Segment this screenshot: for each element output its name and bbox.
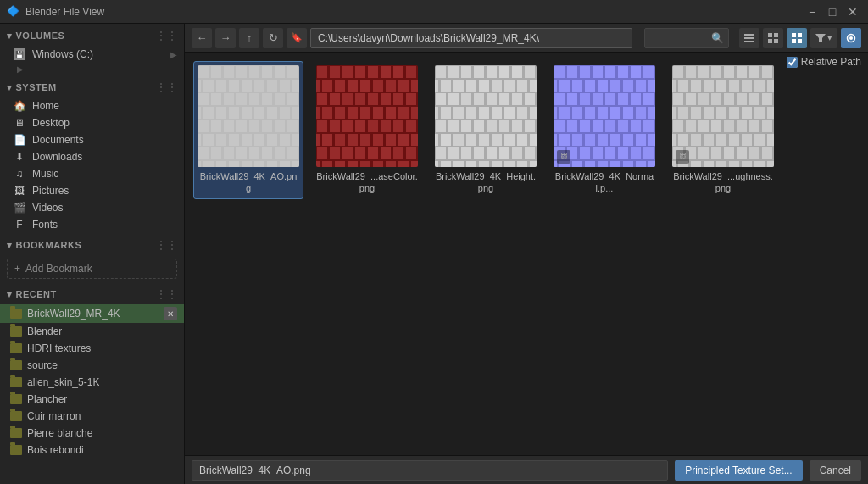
- filename-input[interactable]: [192, 460, 668, 481]
- medium-grid-button[interactable]: [763, 28, 783, 48]
- file-item-height[interactable]: BrickWall29_4K_Height.png: [431, 61, 541, 199]
- recent-item-close-brickwall[interactable]: ✕: [164, 307, 177, 320]
- recent-chevron: ▾: [7, 289, 13, 300]
- svg-rect-66: [267, 134, 277, 146]
- file-label-ao: BrickWall29_4K_AO.png: [198, 170, 299, 195]
- sidebar-item-music[interactable]: ♫Music: [0, 165, 184, 182]
- file-label-rough: BrickWall29_...ughness.png: [672, 170, 774, 195]
- svg-rect-185: [512, 66, 522, 78]
- sidebar-item-fonts[interactable]: FFonts: [0, 216, 184, 233]
- relative-path-checkbox[interactable]: [787, 57, 798, 68]
- recent-item-blender[interactable]: Blender: [0, 323, 184, 340]
- svg-rect-211: [492, 107, 502, 119]
- svg-rect-215: [436, 120, 446, 132]
- sidebar-item-documents[interactable]: 📄Documents: [0, 131, 184, 148]
- bookmarks-section-header[interactable]: ▾ Bookmarks ⋮⋮: [0, 233, 184, 255]
- svg-rect-292: [598, 107, 608, 119]
- svg-rect-44: [216, 107, 226, 119]
- large-grid-button[interactable]: [787, 28, 807, 48]
- svg-rect-320: [618, 147, 628, 159]
- add-bookmark-button[interactable]: + Add Bookmark: [7, 259, 177, 279]
- svg-rect-72: [236, 147, 247, 159]
- recent-item-plancher[interactable]: Plancher: [0, 391, 184, 408]
- sidebar-item-videos[interactable]: 🎬Videos: [0, 199, 184, 216]
- svg-rect-57: [275, 120, 285, 132]
- svg-rect-298: [567, 120, 577, 132]
- maximize-button[interactable]: □: [824, 3, 841, 20]
- svg-rect-248: [504, 161, 515, 167]
- forward-button[interactable]: →: [215, 28, 236, 48]
- home-icon: 🏠: [14, 100, 25, 112]
- path-input[interactable]: [310, 28, 632, 48]
- svg-rect-19: [249, 66, 259, 78]
- svg-rect-212: [504, 107, 515, 119]
- svg-rect-207: [441, 107, 451, 119]
- svg-rect-144: [335, 134, 345, 146]
- file-item-ao[interactable]: BrickWall29_4K_AO.png: [193, 61, 303, 199]
- svg-rect-358: [742, 80, 752, 92]
- file-item-rough[interactable]: 🖼BrickWall29_...ughness.png: [668, 61, 778, 199]
- sidebar-item-downloads[interactable]: ⬇Downloads: [0, 148, 184, 165]
- svg-rect-363: [698, 93, 709, 105]
- system-section-header[interactable]: ▾ System ⋮⋮: [0, 75, 184, 97]
- svg-rect-359: [754, 80, 765, 92]
- svg-rect-399: [698, 147, 709, 159]
- settings-button[interactable]: [841, 28, 861, 48]
- svg-point-12: [849, 36, 853, 40]
- filter-button[interactable]: ▾: [810, 28, 837, 48]
- svg-rect-265: [605, 66, 615, 78]
- bookmark-button[interactable]: 🔖: [287, 28, 307, 48]
- sidebar-item-home[interactable]: 🏠Home: [0, 97, 184, 114]
- recent-item-hdri[interactable]: HDRI textures: [0, 340, 184, 357]
- svg-rect-384: [737, 120, 747, 132]
- recent-section-header[interactable]: ▾ Recent ⋮⋮: [0, 282, 184, 304]
- principled-texture-button[interactable]: Principled Texture Set...: [675, 460, 803, 481]
- svg-rect-148: [386, 134, 396, 146]
- up-button[interactable]: ↑: [239, 28, 259, 48]
- svg-rect-38: [262, 93, 272, 105]
- svg-rect-131: [398, 107, 409, 119]
- svg-rect-197: [436, 93, 446, 105]
- recent-item-alien[interactable]: alien_skin_5-1K: [0, 374, 184, 391]
- sidebar-item-pictures[interactable]: 🖼Pictures: [0, 182, 184, 199]
- svg-rect-139: [393, 120, 403, 132]
- svg-rect-293: [610, 107, 620, 119]
- list-view-button[interactable]: [739, 28, 760, 48]
- svg-rect-74: [262, 147, 272, 159]
- recent-item-pierre[interactable]: Pierre blanche: [0, 425, 184, 442]
- sidebar-item-windows-c[interactable]: 💾 Windows (C:) ▶: [0, 46, 184, 63]
- svg-rect-1: [744, 37, 754, 39]
- svg-rect-181: [461, 66, 471, 78]
- recent-item-cuir[interactable]: Cuir marron: [0, 408, 184, 425]
- svg-rect-104: [406, 66, 416, 78]
- file-thumbnail-normal: 🖼: [554, 65, 655, 167]
- system-items: 🏠Home🖥Desktop📄Documents⬇Downloads♫Music🖼…: [0, 97, 184, 233]
- recent-item-source[interactable]: source: [0, 357, 184, 374]
- svg-rect-7: [792, 33, 796, 37]
- file-item-color[interactable]: BrickWall29_...aseColor.png: [312, 61, 422, 199]
- volumes-section-header[interactable]: ▾ Volumes ⋮⋮: [0, 24, 184, 46]
- close-button[interactable]: ✕: [844, 3, 861, 20]
- app-icon: 🔷: [7, 5, 20, 19]
- recent-item-brickwall[interactable]: BrickWall29_MR_4K✕: [0, 304, 184, 323]
- filter-arrow: ▾: [827, 32, 832, 43]
- bookmarks-chevron: ▾: [7, 240, 13, 251]
- back-button[interactable]: ←: [192, 28, 212, 48]
- file-item-normal[interactable]: 🖼BrickWall29_4K_Normal.p...: [549, 61, 659, 199]
- recent-item-bois[interactable]: Bois rebondi: [0, 442, 184, 459]
- svg-rect-202: [499, 93, 509, 105]
- svg-rect-331: [636, 161, 646, 167]
- refresh-button[interactable]: ↻: [263, 28, 283, 48]
- cancel-button[interactable]: Cancel: [810, 460, 861, 481]
- svg-rect-166: [386, 161, 396, 167]
- folder-icon-cuir: [10, 411, 22, 421]
- svg-rect-124: [316, 107, 320, 119]
- svg-rect-237: [487, 147, 497, 159]
- sidebar-item-desktop[interactable]: 🖥Desktop: [0, 114, 184, 131]
- svg-rect-71: [224, 147, 234, 159]
- svg-rect-188: [435, 80, 438, 92]
- svg-rect-47: [254, 107, 264, 119]
- minimize-button[interactable]: −: [804, 3, 821, 20]
- svg-rect-138: [381, 120, 391, 132]
- relative-path-label: Relative Path: [801, 56, 861, 68]
